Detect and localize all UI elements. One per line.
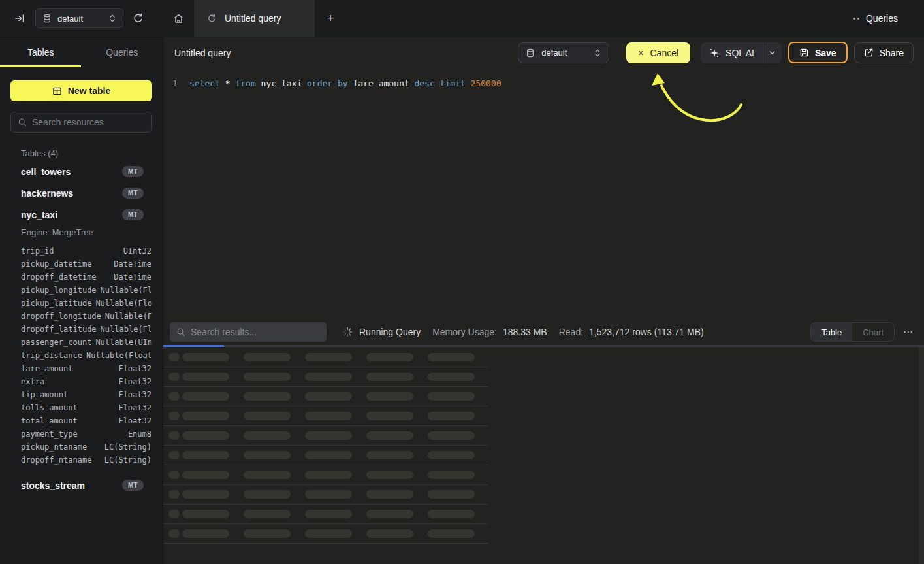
results-search — [170, 322, 327, 342]
column-row: passenger_countNullable(UIn — [0, 336, 163, 349]
plus-icon: + — [327, 11, 334, 25]
sql-ai-button[interactable]: SQL AI — [701, 42, 782, 63]
column-name: fare_amount — [21, 364, 72, 373]
skeleton-cell — [305, 451, 352, 459]
chevron-down-icon[interactable] — [763, 42, 782, 63]
queries-icon — [853, 18, 859, 20]
query-status: Running Query — [359, 327, 421, 337]
skeleton-cell — [182, 373, 229, 381]
code-token: from — [235, 78, 255, 88]
table-icon — [52, 86, 62, 96]
column-type: UInt32 — [123, 246, 151, 256]
topbar-database-selector[interactable]: default — [35, 8, 123, 28]
skeleton-cell — [428, 412, 475, 420]
column-type: Float32 — [118, 416, 151, 425]
sql-editor[interactable]: 1 select * from nyc_taxi order by fare_a… — [163, 68, 924, 319]
collapse-sidebar-icon — [14, 13, 25, 24]
column-type: Nullable(Flo — [95, 299, 152, 308]
topbar: default Untitled query + Queri — [0, 0, 924, 37]
queries-link[interactable]: Queries — [866, 13, 898, 24]
skeleton-cell — [182, 471, 229, 479]
query-tab[interactable]: Untitled query — [194, 0, 315, 37]
query-database-selector[interactable]: default — [518, 42, 609, 63]
selector-caret-icon — [594, 48, 601, 58]
resource-search-input[interactable] — [32, 117, 145, 127]
more-options-button[interactable]: ⋯ — [903, 326, 914, 338]
engine-badge: MT — [122, 480, 144, 491]
topbar-left: default — [0, 0, 163, 37]
column-type: Float32 — [118, 390, 151, 399]
results-search-input[interactable] — [191, 327, 320, 337]
skeleton-row — [163, 485, 488, 505]
cancel-button[interactable]: × Cancel — [626, 42, 690, 63]
skeleton-row — [163, 446, 488, 465]
skeleton-cell — [305, 392, 352, 401]
toggle-table-button[interactable]: Table — [811, 323, 852, 341]
skeleton-cell — [168, 373, 180, 381]
skeleton-cell — [366, 471, 413, 479]
tabstrip: Untitled query + — [163, 0, 346, 37]
skeleton-cell — [182, 510, 229, 518]
results-toolbar: Running Query Memory Usage: 188.33 MB Re… — [163, 319, 924, 345]
search-icon — [176, 327, 185, 337]
column-name: pickup_datetime — [21, 259, 91, 269]
skeleton-cell — [366, 373, 413, 381]
search-icon — [18, 118, 27, 127]
column-row: fare_amountFloat32 — [0, 362, 163, 375]
skeleton-cell — [305, 490, 352, 499]
code-token: * — [225, 78, 231, 88]
skeleton-cell — [244, 412, 291, 420]
cancel-label: Cancel — [650, 48, 679, 58]
home-tab-button[interactable] — [163, 0, 194, 37]
save-button[interactable]: Save — [788, 42, 848, 63]
query-tab-label: Untitled query — [225, 13, 281, 24]
column-name: tolls_amount — [21, 403, 78, 412]
tables-list: cell_towersMThackernewsMTnyc_taxiMTEngin… — [0, 161, 163, 496]
skeleton-row — [163, 524, 488, 544]
code-line-content: select * from nyc_taxi order by fare_amo… — [178, 77, 502, 90]
refresh-button[interactable] — [133, 13, 144, 24]
results-scrollbar[interactable] — [919, 347, 924, 564]
column-row: pickup_latitudeNullable(Flo — [0, 297, 163, 310]
view-toggle: Table Chart — [810, 322, 895, 342]
table-row[interactable]: nyc_taxiMT — [0, 204, 163, 225]
sidebar-tab-queries[interactable]: Queries — [82, 37, 163, 67]
skeleton-cell — [168, 471, 180, 479]
toggle-chart-button[interactable]: Chart — [852, 323, 894, 341]
skeleton-cell — [244, 392, 291, 401]
share-icon — [864, 48, 874, 58]
skeleton-cell — [182, 392, 229, 401]
skeleton-cell — [182, 412, 229, 420]
column-type: Nullable(Fl — [101, 325, 152, 334]
table-row[interactable]: hackernewsMT — [0, 182, 163, 204]
skeleton-cell — [305, 471, 352, 479]
column-type: DateTime — [114, 259, 151, 269]
column-row: tip_amountFloat32 — [0, 388, 163, 401]
skeleton-cell — [366, 451, 413, 459]
read-value: 1,523,712 rows (113.71 MB) — [589, 327, 704, 337]
table-row[interactable]: stocks_streamMT — [0, 474, 163, 496]
engine-badge: MT — [122, 209, 144, 220]
table-name: cell_towers — [21, 167, 71, 177]
table-row[interactable]: cell_towersMT — [0, 161, 163, 182]
column-type: Enum8 — [128, 429, 151, 439]
collapse-sidebar-button[interactable] — [14, 13, 25, 24]
new-table-label: New table — [68, 86, 110, 96]
share-button[interactable]: Share — [854, 42, 914, 63]
skeleton-cell — [168, 490, 180, 499]
code-token: fare_amount — [353, 78, 409, 88]
memory-usage-label: Memory Usage: — [432, 327, 497, 337]
skeleton-cell — [305, 373, 352, 381]
read-label: Read: — [559, 327, 583, 337]
main-panel: Untitled query default × Cancel — [163, 37, 924, 564]
column-type: Float32 — [118, 403, 151, 412]
resource-search — [10, 112, 152, 133]
sidebar-tab-tables[interactable]: Tables — [0, 37, 82, 67]
skeleton-cell — [168, 431, 180, 440]
new-table-button[interactable]: New table — [10, 80, 152, 101]
engine-badge: MT — [122, 166, 144, 177]
column-name: pickup_ntaname — [21, 442, 87, 452]
new-tab-button[interactable]: + — [315, 0, 346, 37]
refresh-icon — [133, 13, 144, 24]
column-row: dropoff_latitudeNullable(Fl — [0, 323, 163, 336]
